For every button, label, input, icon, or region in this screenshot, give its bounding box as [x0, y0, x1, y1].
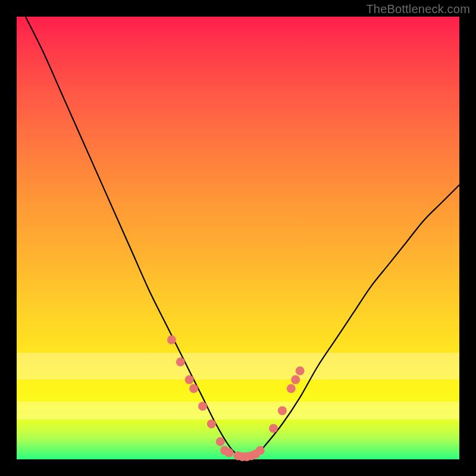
- chart-svg-layer: [17, 17, 459, 459]
- chart-outer-frame: TheBottleneck.com: [0, 0, 476, 476]
- highlight-dot: [216, 437, 225, 446]
- highlighted-points-group: [167, 336, 305, 461]
- highlight-dot: [269, 424, 278, 433]
- highlight-dot: [291, 375, 300, 384]
- watermark-text: TheBottleneck.com: [366, 2, 470, 16]
- highlight-dot: [176, 358, 185, 367]
- highlight-dot: [185, 375, 194, 384]
- highlight-dot: [189, 384, 198, 393]
- highlight-dot: [198, 402, 207, 411]
- highlight-dot: [167, 336, 176, 345]
- highlight-dot: [278, 406, 287, 415]
- highlight-dot: [207, 419, 216, 428]
- highlight-dot: [225, 448, 234, 457]
- bottleneck-curve: [26, 17, 459, 457]
- highlight-dot: [287, 384, 296, 393]
- highlight-dot: [296, 367, 305, 375]
- highlight-dot: [256, 446, 265, 455]
